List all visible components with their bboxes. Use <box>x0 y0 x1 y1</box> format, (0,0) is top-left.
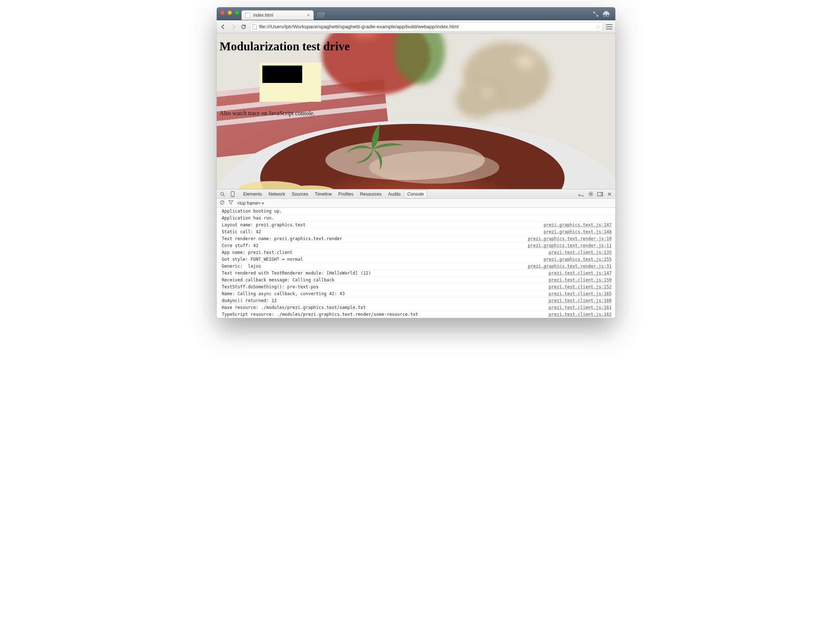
render-sample-rect <box>262 66 302 83</box>
console-message: TypeScript resource: ./modules/prezi.gra… <box>222 312 542 317</box>
svg-line-18 <box>223 195 225 196</box>
console-row: Application booting up. <box>217 208 615 215</box>
window-titlebar: index.html × <box>217 7 615 20</box>
tab-title: index.html <box>253 13 273 18</box>
console-message: doAync() returned: 12 <box>222 298 542 303</box>
browser-toolbar: file:///Users/lptr/Workspace/spaghetti/s… <box>217 20 615 33</box>
console-message: Core stuff: 42 <box>222 243 521 248</box>
svg-line-30 <box>589 195 590 196</box>
devtools-tab-profiles[interactable]: Profiles <box>335 190 357 198</box>
console-source-link[interactable]: prezi.graphics.text.js:255 <box>536 257 612 262</box>
console-message: Name: Calling async callback, converting… <box>222 291 542 296</box>
devtools-tabbar: ElementsNetworkSourcesTimelineProfilesRe… <box>217 189 615 199</box>
console-row: Name: Calling async callback, converting… <box>217 291 615 297</box>
svg-point-22 <box>590 193 592 195</box>
console-source-link[interactable]: prezi.graphics.text.js:148 <box>536 229 612 234</box>
device-mode-icon[interactable] <box>230 191 235 197</box>
devtools-settings-icon[interactable] <box>588 191 594 197</box>
console-subtoolbar: <top frame> <box>217 199 615 208</box>
console-source-link[interactable]: prezi.graphics.text.render.js:31 <box>521 264 612 269</box>
svg-rect-32 <box>601 192 603 196</box>
back-button[interactable] <box>219 23 227 30</box>
console-source-link[interactable]: prezi.graphics.text.js:147 <box>536 222 612 227</box>
console-row: Generic: lajosprezi.graphics.text.render… <box>217 263 615 270</box>
console-source-link[interactable]: prezi.graphics.text.render.js:11 <box>521 243 612 248</box>
page-hint-text: Also watch trace on JavaScript console. <box>219 110 613 117</box>
devtools-drawer-icon[interactable] <box>578 191 584 197</box>
render-target-box <box>259 63 321 102</box>
window-minimize-button[interactable] <box>227 11 232 15</box>
devtools-tab-console[interactable]: Console <box>404 190 427 198</box>
tab-close-button[interactable]: × <box>307 12 310 18</box>
inspect-element-icon[interactable] <box>219 191 226 197</box>
window-close-button[interactable] <box>220 11 225 15</box>
chevron-down-icon <box>261 203 264 204</box>
console-source-link[interactable]: prezi.test.client.js:161 <box>542 305 612 310</box>
console-row: TypeScript resource: ./modules/prezi.gra… <box>217 311 615 318</box>
console-filter-icon[interactable] <box>228 200 234 206</box>
console-row: Static call: 42prezi.graphics.text.js:14… <box>217 229 615 235</box>
svg-point-20 <box>232 196 233 196</box>
console-message: Layout name: prezi.graphics.text <box>222 222 536 227</box>
console-source-link[interactable]: prezi.test.client.js:147 <box>542 270 612 276</box>
console-row: Text renderer name: prezi.graphics.text.… <box>217 235 615 242</box>
console-source-link[interactable]: prezi.test.client.js:135 <box>542 250 612 255</box>
devtools-tab-elements[interactable]: Elements <box>240 190 265 198</box>
url-text: file:///Users/lptr/Workspace/spaghetti/s… <box>259 24 459 29</box>
console-source-link[interactable]: prezi.test.client.js:152 <box>542 284 612 289</box>
page-heading: Modularization test drive <box>219 40 613 53</box>
devtools-tab-audits[interactable]: Audits <box>385 190 404 198</box>
svg-point-1 <box>607 14 608 16</box>
console-row: Text rendered with TextRenderer module: … <box>217 270 615 277</box>
console-message: Text renderer name: prezi.graphics.text.… <box>222 236 521 241</box>
window-zoom-button[interactable] <box>235 11 239 15</box>
console-source-link[interactable]: prezi.test.client.js:165 <box>542 291 612 296</box>
console-row: Haxe resource: ./modules/prezi.graphics.… <box>217 304 615 311</box>
console-clear-icon[interactable] <box>219 200 225 206</box>
bookmark-star-icon[interactable]: ☆ <box>595 23 600 30</box>
console-message: Application has run. <box>222 216 612 221</box>
incognito-icon <box>602 11 610 18</box>
frame-selector-label: <top frame> <box>237 201 261 206</box>
fullscreen-icon[interactable] <box>593 11 598 17</box>
console-row: Application has run. <box>217 215 615 222</box>
forward-button[interactable] <box>230 23 237 30</box>
console-source-link[interactable]: prezi.graphics.text.render.js:10 <box>521 236 612 241</box>
console-message: Application booting up. <box>222 209 612 214</box>
devtools-tab-resources[interactable]: Resources <box>357 190 385 198</box>
page-viewport: Modularization test drive Also watch tra… <box>217 33 615 189</box>
svg-line-29 <box>592 192 592 193</box>
console-row: doAync() returned: 12prezi.test.client.j… <box>217 297 615 304</box>
console-source-link[interactable]: prezi.test.client.js:150 <box>542 278 612 283</box>
devtools-dock-icon[interactable] <box>597 191 603 197</box>
devtools-tab-network[interactable]: Network <box>265 190 288 198</box>
svg-line-27 <box>589 192 590 193</box>
console-row: Core stuff: 42prezi.graphics.text.render… <box>217 242 615 249</box>
console-message: Static call: 42 <box>222 229 536 234</box>
devtools-tab-timeline[interactable]: Timeline <box>312 190 335 198</box>
console-message: Haxe resource: ./modules/prezi.graphics.… <box>222 305 542 310</box>
svg-point-14 <box>369 151 499 184</box>
console-row: Received callback message: Calling callb… <box>217 277 615 284</box>
address-bar[interactable]: file:///Users/lptr/Workspace/spaghetti/s… <box>250 22 603 32</box>
console-output[interactable]: Application booting up.Application has r… <box>217 208 615 318</box>
console-message: Generic: lajos <box>222 264 521 269</box>
console-message: App name: prezi.test.client <box>222 250 542 255</box>
console-row: TestStuff.doSomething(): pre-text-pospre… <box>217 284 615 291</box>
svg-point-0 <box>604 14 605 16</box>
new-tab-button[interactable] <box>315 11 326 19</box>
console-source-link[interactable]: prezi.test.client.js:160 <box>542 298 612 303</box>
browser-window: index.html × file:///Users/lp <box>217 7 615 318</box>
console-row: App name: prezi.test.clientprezi.test.cl… <box>217 249 615 256</box>
devtools-tab-sources[interactable]: Sources <box>288 190 312 198</box>
console-source-link[interactable]: prezi.test.client.js:162 <box>542 312 612 317</box>
console-frame-selector[interactable]: <top frame> <box>237 201 264 206</box>
devtools-close-icon[interactable] <box>606 191 613 197</box>
window-controls <box>220 11 239 15</box>
chrome-menu-button[interactable] <box>606 24 613 29</box>
browser-tab[interactable]: index.html × <box>242 10 314 20</box>
tab-favicon <box>245 13 250 18</box>
console-row: Got style: FONT_WEIGHT = normalprezi.gra… <box>217 256 615 263</box>
reload-button[interactable] <box>240 23 247 30</box>
svg-line-28 <box>592 195 592 196</box>
